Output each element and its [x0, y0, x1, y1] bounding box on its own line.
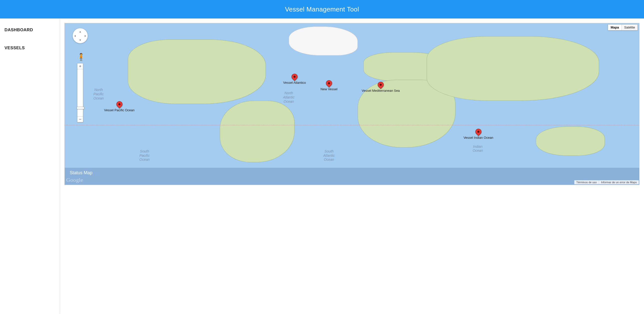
map-marker[interactable]: Vessel Atlantico — [292, 74, 298, 80]
map-marker[interactable]: New Vessel — [326, 80, 332, 86]
status-strip: Status Map — [65, 168, 639, 185]
map-container[interactable]: NorthPacificOcean SouthPacificOcean Nort… — [64, 23, 640, 185]
marker-label: Vessel Atlantico — [283, 81, 306, 85]
map-type-label: Satélite — [624, 26, 635, 29]
report-error-link[interactable]: Informar de un error de Maps — [599, 180, 639, 184]
marker-label: Vessel Pacific Ocean — [104, 108, 134, 112]
pan-control: ▴ ▾ ◂ ▸ — [73, 28, 88, 43]
map-marker[interactable]: Vessel Indian Ocean — [476, 129, 482, 135]
app-title: Vessel Management Tool — [285, 6, 359, 13]
zoom-slider-handle[interactable] — [77, 107, 84, 109]
marker-label: Vessel Indian Ocean — [464, 136, 493, 140]
pan-up-icon[interactable]: ▴ — [80, 30, 81, 33]
landmass — [427, 36, 599, 101]
map-marker[interactable]: Vessel Pacific Ocean — [116, 101, 122, 107]
marker-pin-icon — [376, 81, 385, 89]
equator-line — [65, 125, 639, 125]
landmass — [289, 27, 358, 56]
zoom-in-button[interactable]: + — [78, 64, 83, 69]
pan-right-icon[interactable]: ▸ — [85, 34, 86, 38]
marker-pin-icon — [325, 79, 333, 88]
pan-down-icon[interactable]: ▾ — [80, 38, 81, 42]
report-label: Informar de un error de Maps — [601, 181, 637, 184]
landmass — [536, 127, 605, 156]
map-marker[interactable]: Vessel Mediterranean Sea — [378, 82, 384, 88]
marker-pin-icon — [115, 100, 124, 109]
status-strip-label: Status Map — [70, 170, 92, 175]
pan-left-icon[interactable]: ◂ — [74, 34, 76, 38]
content-area: DASHBOARD VESSELS NorthPacificOcean Sout… — [0, 19, 644, 314]
zoom-control: + − — [77, 63, 83, 122]
map-type-toggle: Mapa Satélite — [608, 24, 638, 31]
map-type-map[interactable]: Mapa — [608, 25, 621, 30]
sidebar-item-vessels[interactable]: VESSELS — [4, 43, 55, 61]
marker-pin-icon — [474, 128, 483, 136]
terms-link[interactable]: Términos de uso — [574, 180, 599, 184]
landmass — [220, 101, 294, 162]
pegman-icon[interactable]: 🧍 — [77, 53, 86, 61]
zoom-out-button[interactable]: − — [78, 117, 83, 122]
marker-label: New Vessel — [320, 87, 338, 91]
map-attribution: Términos de uso Informar de un error de … — [574, 180, 639, 184]
sidebar-item-dashboard[interactable]: DASHBOARD — [4, 25, 55, 43]
main-panel: NorthPacificOcean SouthPacificOcean Nort… — [60, 19, 644, 314]
sidebar: DASHBOARD VESSELS — [0, 19, 60, 314]
app-header: Vessel Management Tool — [0, 0, 644, 19]
sidebar-item-label: DASHBOARD — [4, 28, 33, 32]
landmass — [128, 40, 266, 104]
zoom-slider-track[interactable] — [78, 69, 83, 117]
map-type-satellite[interactable]: Satélite — [622, 25, 638, 30]
sidebar-item-label: VESSELS — [4, 46, 25, 50]
terms-label: Términos de uso — [576, 181, 597, 184]
map-type-label: Mapa — [610, 26, 619, 29]
marker-pin-icon — [290, 73, 299, 81]
marker-label: Vessel Mediterranean Sea — [362, 89, 400, 93]
